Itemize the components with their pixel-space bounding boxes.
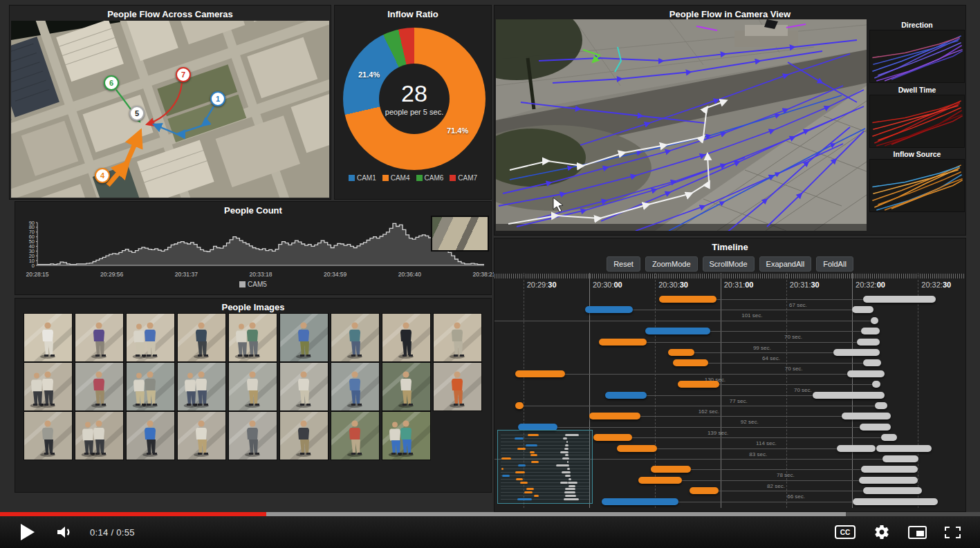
timeline-duration-bar[interactable] <box>857 339 880 346</box>
person-thumbnail[interactable] <box>127 363 174 410</box>
timeline-activity-bar[interactable] <box>678 381 719 388</box>
person-thumbnail[interactable] <box>382 314 430 361</box>
timeline-activity-bar[interactable] <box>585 306 634 313</box>
person-thumbnail[interactable] <box>75 314 123 361</box>
fullscreen-button[interactable] <box>945 527 961 538</box>
legend-item-cam6: CAM6 <box>416 174 444 182</box>
timeline-duration-label: 70 sec. <box>794 387 812 393</box>
person-thumbnail[interactable] <box>382 412 430 460</box>
timeline-duration-bar[interactable] <box>875 402 887 409</box>
person-thumbnail[interactable] <box>127 314 174 361</box>
minimap-bar <box>531 461 539 463</box>
timeline-duration-bar[interactable] <box>813 392 885 399</box>
person-thumbnail[interactable] <box>434 314 481 361</box>
timeline-duration-bar[interactable] <box>872 381 880 388</box>
person-thumbnail[interactable] <box>280 412 328 460</box>
person-thumbnail[interactable] <box>331 412 379 460</box>
timeline-activity-bar[interactable] <box>593 434 632 441</box>
camera-view-canvas[interactable] <box>496 19 867 231</box>
inflow-donut-chart[interactable]: 21.4% 71.4% 28 people per 5 sec. <box>343 28 486 170</box>
timeline-duration-label: 99 sec. <box>753 345 771 351</box>
camera-thumbnail[interactable] <box>431 216 489 252</box>
timeline-duration-bar[interactable] <box>863 296 936 303</box>
timeline-activity-bar[interactable] <box>515 402 524 409</box>
timeline-activity-bar[interactable] <box>515 370 565 377</box>
person-thumbnail[interactable] <box>75 412 123 460</box>
timeline-duration-bar[interactable] <box>860 424 890 431</box>
thumb-dwell-time[interactable] <box>870 95 964 147</box>
timeline-duration-bar[interactable] <box>852 306 873 313</box>
timeline-activity-bar[interactable] <box>645 328 710 334</box>
people-count-chart[interactable]: 9080706050403020100 <box>15 214 491 271</box>
timeline-connector <box>524 406 875 406</box>
play-button[interactable] <box>21 524 35 540</box>
timeline-connector <box>632 437 881 438</box>
person-thumbnail[interactable] <box>24 363 72 410</box>
person-thumbnail[interactable] <box>434 363 481 410</box>
city-map-3d-view[interactable]: 67154 <box>11 21 329 198</box>
camera-marker-6[interactable]: 6 <box>104 75 119 91</box>
person-thumbnail[interactable] <box>229 363 277 410</box>
person-thumbnail[interactable] <box>24 412 72 460</box>
person-thumbnail[interactable] <box>178 363 225 410</box>
timeline-minimap[interactable] <box>497 430 593 504</box>
timeline-duration-bar[interactable] <box>881 434 897 441</box>
camera-marker-4[interactable]: 4 <box>95 168 110 183</box>
timeline-duration-bar[interactable] <box>837 445 876 452</box>
person-thumbnail[interactable] <box>229 412 277 460</box>
timeline-duration-bar[interactable] <box>882 455 918 462</box>
timeline-duration-bar[interactable] <box>871 317 878 324</box>
timeline-duration-bar[interactable] <box>833 349 880 356</box>
legend-label: CAM1 <box>357 174 376 182</box>
thumb-inflow-source[interactable] <box>870 160 964 211</box>
timeline-connector <box>640 416 842 417</box>
camera-marker-7[interactable]: 7 <box>176 67 191 82</box>
settings-gear-icon[interactable] <box>873 524 890 540</box>
timeline-activity-bar[interactable] <box>651 466 691 473</box>
timeline-duration-bar[interactable] <box>853 498 938 505</box>
timeline-duration-bar[interactable] <box>859 477 918 484</box>
timeline-duration-bar[interactable] <box>876 445 932 452</box>
minimap-bar <box>568 485 575 487</box>
person-thumbnail[interactable] <box>127 412 174 460</box>
city-map-graphic <box>11 21 329 198</box>
camera-marker-5[interactable]: 5 <box>129 106 145 121</box>
volume-icon[interactable] <box>55 524 73 540</box>
timeline-activity-bar[interactable] <box>599 339 647 346</box>
timeline-activity-bar[interactable] <box>602 498 678 505</box>
timeline-activity-bar[interactable] <box>673 359 708 366</box>
timeline-duration-bar[interactable] <box>861 466 918 473</box>
closed-captions-button[interactable]: CC <box>835 525 856 539</box>
person-thumbnail[interactable] <box>280 363 328 410</box>
timeline-activity-bar[interactable] <box>589 413 640 419</box>
timeline-activity-bar[interactable] <box>617 445 657 452</box>
person-thumbnail[interactable] <box>229 314 277 361</box>
timeline-duration-bar[interactable] <box>863 487 922 494</box>
timeline-activity-bar[interactable] <box>659 296 716 303</box>
person-thumbnail[interactable] <box>24 314 72 361</box>
panel-timeline: Timeline ResetZoomModeScrollModeExapandA… <box>494 238 965 511</box>
minimap-bar <box>528 434 538 436</box>
timeline-activity-bar[interactable] <box>690 487 719 494</box>
minimap-line <box>501 479 589 480</box>
camera-marker-1[interactable]: 1 <box>210 91 225 106</box>
person-thumbnail[interactable] <box>178 412 225 460</box>
timeline-duration-bar[interactable] <box>863 359 881 366</box>
timeline-duration-bar[interactable] <box>842 413 891 419</box>
timeline-activity-bar[interactable] <box>638 477 682 484</box>
thumb-direction[interactable] <box>870 30 964 82</box>
timeline-activity-bar[interactable] <box>605 392 647 399</box>
person-thumbnail[interactable] <box>331 363 379 410</box>
person-thumbnail[interactable] <box>331 314 379 361</box>
timeline-duration-bar[interactable] <box>847 370 885 377</box>
person-thumbnail[interactable] <box>382 363 430 410</box>
timeline-duration-label: 162 sec. <box>699 408 719 415</box>
miniplayer-button[interactable] <box>908 526 927 539</box>
person-thumbnail[interactable] <box>75 363 123 410</box>
video-player-frame: People Flow Across Cameras <box>0 0 980 548</box>
timeline-activity-bar[interactable] <box>668 349 694 356</box>
person-thumbnail[interactable] <box>178 314 225 361</box>
x-tick-label: 20:31:37 <box>175 271 198 278</box>
person-thumbnail[interactable] <box>280 314 328 361</box>
timeline-duration-bar[interactable] <box>861 328 879 334</box>
